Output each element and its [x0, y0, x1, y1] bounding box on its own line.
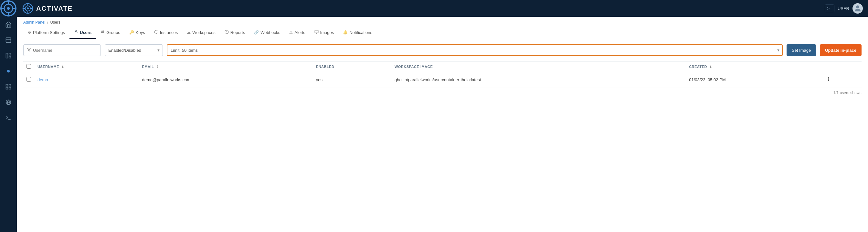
- row-workspace-image-cell: ghcr.io/parallelworks/usercontainer-thei…: [391, 72, 686, 87]
- sidebar-item-globe[interactable]: [0, 94, 17, 110]
- tabs-bar: ⚙ Platform Settings Users Groups 🔑: [17, 27, 868, 39]
- sidebar-item-inbox[interactable]: [0, 32, 17, 48]
- sidebar-item-home[interactable]: [0, 17, 17, 32]
- table-body: demo demo@parallelworks.com yes ghcr.io/…: [23, 72, 862, 87]
- reports-icon: [225, 30, 229, 35]
- svg-rect-12: [9, 84, 11, 86]
- tab-webhooks[interactable]: 🔗 Webhooks: [249, 27, 285, 39]
- notifications-icon: 🔔: [343, 30, 348, 35]
- tab-instances-label: Instances: [160, 30, 178, 35]
- svg-rect-32: [315, 30, 318, 33]
- created-sort-icon: ⇕: [709, 65, 712, 68]
- svg-point-19: [27, 7, 29, 9]
- row-username-cell: demo: [34, 72, 139, 87]
- limit-select-wrap: Limit: 10 items Limit: 25 items Limit: 5…: [167, 44, 783, 56]
- set-image-button[interactable]: Set Image: [786, 44, 816, 56]
- webhooks-icon: 🔗: [254, 30, 259, 35]
- topnav: ACTIVATE >_ USER: [17, 0, 868, 17]
- users-table-wrap: USERNAME ⇕ EMAIL ⇕ ENABLED WOR: [17, 61, 868, 87]
- svg-point-26: [101, 31, 102, 32]
- username-link[interactable]: demo: [37, 77, 48, 82]
- sidebar-logo[interactable]: [0, 0, 17, 17]
- svg-rect-14: [9, 87, 11, 89]
- update-inplace-button[interactable]: Update in-place: [820, 44, 862, 56]
- brand: ACTIVATE: [22, 3, 73, 14]
- svg-point-25: [75, 30, 76, 32]
- svg-marker-28: [154, 30, 158, 34]
- sidebar-item-panel[interactable]: [0, 48, 17, 63]
- limit-select[interactable]: Limit: 10 items Limit: 25 items Limit: 5…: [167, 44, 783, 56]
- tab-images[interactable]: Images: [310, 27, 339, 39]
- row-checkbox[interactable]: [27, 77, 31, 82]
- enabled-disabled-select[interactable]: Enabled/Disabled Enabled Disabled: [105, 44, 163, 56]
- tab-images-label: Images: [320, 30, 334, 35]
- svg-point-24: [856, 5, 859, 8]
- row-enabled-cell: yes: [313, 72, 391, 87]
- platform-settings-icon: ⚙: [28, 30, 31, 35]
- sidebar-item-terminal[interactable]: [0, 110, 17, 125]
- images-icon: [314, 30, 319, 35]
- breadcrumb-separator: /: [47, 20, 48, 25]
- svg-point-27: [103, 31, 104, 32]
- tab-instances[interactable]: Instances: [150, 27, 183, 39]
- breadcrumb-admin-panel[interactable]: Admin Panel: [23, 20, 45, 25]
- filter-icon: [27, 48, 31, 53]
- tab-keys-label: Keys: [136, 30, 145, 35]
- tab-groups[interactable]: Groups: [96, 27, 125, 39]
- table-row: demo demo@parallelworks.com yes ghcr.io/…: [23, 72, 862, 87]
- tab-platform-settings[interactable]: ⚙ Platform Settings: [23, 27, 69, 39]
- tab-alerts-label: Alerts: [294, 30, 305, 35]
- svg-rect-13: [6, 87, 8, 89]
- enabled-disabled-wrap: Enabled/Disabled Enabled Disabled ▼: [105, 44, 163, 56]
- select-all-checkbox[interactable]: [27, 64, 31, 68]
- tab-webhooks-label: Webhooks: [260, 30, 280, 35]
- table-header-row: USERNAME ⇕ EMAIL ⇕ ENABLED WOR: [23, 61, 862, 72]
- col-enabled: ENABLED: [313, 61, 391, 72]
- table-footer: 1/1 users shown: [17, 87, 868, 98]
- svg-rect-8: [6, 53, 8, 58]
- main-area: ACTIVATE >_ USER Admin Panel / Users ⚙: [17, 0, 868, 232]
- svg-point-37: [828, 79, 829, 79]
- tab-platform-settings-label: Platform Settings: [33, 30, 65, 35]
- svg-point-36: [828, 77, 829, 78]
- username-label: USER: [838, 6, 849, 11]
- col-actions: [823, 61, 862, 72]
- avatar[interactable]: [852, 3, 863, 13]
- brand-name: ACTIVATE: [36, 5, 73, 12]
- users-count: 1/1 users shown: [833, 91, 862, 95]
- breadcrumb: Admin Panel / Users: [17, 17, 868, 27]
- workspaces-icon: ☁: [187, 30, 191, 35]
- tab-alerts[interactable]: ⚠ Alerts: [285, 27, 310, 39]
- row-created-cell: 01/03/23, 05:02 PM: [686, 72, 823, 87]
- username-filter-wrap: [23, 44, 101, 56]
- tab-workspaces-label: Workspaces: [192, 30, 215, 35]
- tab-keys[interactable]: 🔑 Keys: [125, 27, 150, 39]
- svg-rect-9: [9, 53, 11, 55]
- tab-reports-label: Reports: [230, 30, 245, 35]
- tab-users[interactable]: Users: [69, 27, 96, 39]
- terminal-button[interactable]: >_: [825, 4, 834, 12]
- svg-rect-7: [6, 38, 11, 43]
- breadcrumb-users: Users: [50, 20, 60, 25]
- col-created[interactable]: CREATED ⇕: [686, 61, 823, 72]
- col-username[interactable]: USERNAME ⇕: [34, 61, 139, 72]
- keys-icon: 🔑: [129, 30, 134, 35]
- sidebar: [0, 0, 17, 232]
- sidebar-dot-indicator: [0, 63, 17, 79]
- alerts-icon: ⚠: [289, 30, 293, 35]
- tab-notifications[interactable]: 🔔 Notifications: [338, 27, 377, 39]
- col-email[interactable]: EMAIL ⇕: [139, 61, 313, 72]
- instances-icon: [154, 30, 158, 35]
- tab-notifications-label: Notifications: [349, 30, 372, 35]
- user-action-icon[interactable]: [826, 77, 832, 83]
- svg-point-38: [828, 80, 829, 81]
- svg-marker-35: [27, 48, 31, 52]
- users-icon: [74, 30, 78, 35]
- tab-workspaces[interactable]: ☁ Workspaces: [182, 27, 220, 39]
- tab-reports[interactable]: Reports: [220, 27, 250, 39]
- username-input[interactable]: [33, 48, 91, 53]
- row-actions-cell: [823, 72, 862, 87]
- col-workspace-image: WORKSPACE IMAGE: [391, 61, 686, 72]
- content-inner: Admin Panel / Users ⚙ Platform Settings …: [17, 17, 868, 232]
- sidebar-item-grid[interactable]: [0, 79, 17, 94]
